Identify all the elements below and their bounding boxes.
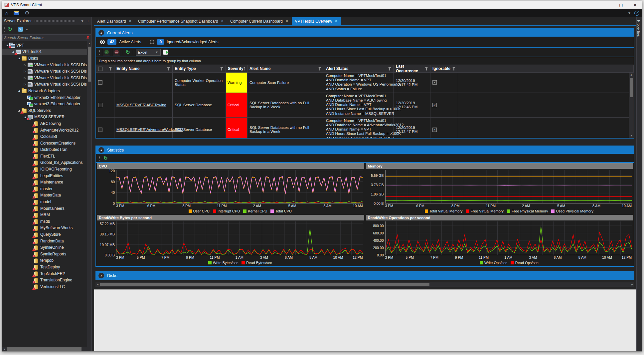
tree-item-mssqlserver[interactable]: ◢MSSQLSERVER bbox=[2, 114, 87, 121]
minimize-button[interactable]: – bbox=[600, 1, 614, 9]
active-alerts-radio[interactable] bbox=[100, 40, 105, 44]
tree-item-distributedtran[interactable]: DistributedTran bbox=[2, 147, 87, 153]
tree-item-sql-servers[interactable]: ◢SQL Servers bbox=[2, 107, 87, 114]
row-checkbox[interactable] bbox=[98, 128, 102, 132]
refresh-icon[interactable]: ↻ bbox=[8, 27, 12, 32]
sidebar-vertical-scrollbar[interactable]: ▲ bbox=[87, 41, 91, 347]
scroll-right-icon[interactable]: ► bbox=[630, 282, 634, 287]
tree-item-network-adapters[interactable]: ◢Network Adapters bbox=[2, 88, 87, 94]
tree-item-randomdata[interactable]: RandomData bbox=[2, 238, 87, 244]
tree-item-model[interactable]: model bbox=[2, 198, 87, 205]
tree-item-symileonline[interactable]: SymileOnline bbox=[2, 244, 87, 251]
tab-computer-performance-snapshot-dashboard[interactable]: Computer Performance Snapshot Dashboard✕ bbox=[135, 17, 227, 25]
scrollbar-thumb[interactable] bbox=[100, 283, 429, 286]
tree-item-colosisbi[interactable]: ColosisBI bbox=[2, 133, 87, 140]
scroll-up-icon[interactable]: ▲ bbox=[629, 73, 634, 77]
tree-item-global-iis-applications[interactable]: Global_IIS_Applications bbox=[2, 160, 87, 166]
column-header-ignorable[interactable]: Ignorable bbox=[430, 65, 458, 72]
tree-item-masterdata[interactable]: MasterData bbox=[2, 192, 87, 199]
tree-item-flexetl[interactable]: FlexETL bbox=[2, 153, 87, 160]
chevron-down-icon[interactable]: ▼ bbox=[628, 11, 631, 15]
ignorable-checkbox[interactable]: ✓ bbox=[432, 128, 437, 132]
collapse-expander-icon[interactable]: ◢ bbox=[17, 89, 21, 92]
filter-icon[interactable] bbox=[108, 67, 112, 71]
tree-item-topnotcherp[interactable]: TopNotchERP bbox=[2, 270, 87, 277]
expand-expander-icon[interactable]: ▷ bbox=[23, 70, 27, 73]
tab-alert-dashboard[interactable]: Alert Dashboard✕ bbox=[94, 17, 135, 25]
tree-item-mrm[interactable]: MRM bbox=[2, 211, 87, 218]
tree-item-vmware-virtual-disk-scsi-disk-device-1[interactable]: ▷VMware Virtual disk SCSI Disk Device 1 bbox=[2, 68, 87, 75]
filter-icon[interactable] bbox=[425, 67, 428, 71]
tree-item-querystore[interactable]: QueryStore bbox=[2, 231, 87, 238]
tree-item-translationengine[interactable]: TranslationEngine bbox=[2, 277, 87, 283]
export-format-select[interactable]: Excel ▼ bbox=[136, 49, 161, 56]
close-button[interactable]: ✕ bbox=[628, 1, 642, 9]
filter-icon[interactable] bbox=[388, 67, 392, 71]
tree-item-testdeploy[interactable]: TestDeploy bbox=[2, 264, 87, 270]
column-header-entity-type[interactable]: Entity Type bbox=[173, 65, 226, 72]
tree-item-tempdb[interactable]: tempdb bbox=[2, 257, 87, 264]
column-header-alert-status[interactable]: Alert Status bbox=[324, 65, 394, 72]
collapse-expander-icon[interactable]: ◢ bbox=[17, 57, 21, 60]
scroll-up-icon[interactable]: ▲ bbox=[87, 41, 91, 46]
expand-expander-icon[interactable]: ▷ bbox=[23, 63, 27, 67]
tiles-icon[interactable] bbox=[14, 11, 19, 15]
column-header-last-occurrence[interactable]: Last Occurrence bbox=[394, 65, 430, 72]
tree-item-vmware-virtual-disk-scsi-disk-device-3[interactable]: ▷VMware Virtual disk SCSI Disk Device 3 bbox=[2, 81, 87, 88]
tree-item-legalentities[interactable]: LegalEntities bbox=[2, 173, 87, 179]
grid-vertical-scrollbar[interactable]: ▲ ▼ bbox=[629, 73, 634, 138]
close-tab-icon[interactable]: ✕ bbox=[335, 19, 338, 23]
acknowledge-button[interactable]: ✓ bbox=[103, 49, 110, 56]
scrollbar-thumb[interactable] bbox=[7, 347, 81, 351]
tab-computer-current-dashboard[interactable]: Computer Current Dashboard✕ bbox=[227, 17, 291, 25]
filter-icon[interactable] bbox=[243, 67, 245, 71]
clear-search-icon[interactable]: ✗ bbox=[86, 35, 89, 40]
tree-item-ioioxoreporting[interactable]: IOIOXOReporting bbox=[2, 166, 87, 173]
ignorable-checkbox[interactable]: ✓ bbox=[432, 80, 437, 85]
tree-item-vmware-virtual-disk-scsi-disk-device-2[interactable]: ▷VMware Virtual disk SCSI Disk Device 2 bbox=[2, 75, 87, 81]
dropdown-caret-icon[interactable]: ▼ bbox=[80, 19, 84, 23]
column-header-severity[interactable]: Severity bbox=[226, 65, 247, 72]
refresh-icon[interactable]: ↻ bbox=[126, 50, 130, 55]
main-horizontal-scrollbar[interactable]: ◄ ► bbox=[95, 282, 634, 287]
scrollbar-thumb[interactable] bbox=[630, 78, 633, 97]
row-checkbox[interactable] bbox=[98, 103, 102, 107]
tree-item-vpt[interactable]: ◢VPT bbox=[2, 42, 87, 49]
collapse-icon[interactable]: ▲ bbox=[98, 30, 104, 36]
properties-side-tab[interactable]: Properties bbox=[636, 17, 642, 351]
maximize-button[interactable]: ▢ bbox=[614, 1, 628, 9]
filter-icon[interactable] bbox=[167, 67, 170, 71]
tree-item-adventureworks2012[interactable]: AdventureWorks2012 bbox=[2, 127, 87, 134]
scroll-left-icon[interactable]: ◄ bbox=[2, 347, 6, 351]
filter-icon[interactable] bbox=[220, 67, 224, 71]
expand-expander-icon[interactable]: ▷ bbox=[23, 83, 27, 86]
tree-item-abctowing[interactable]: ABCTowing bbox=[2, 120, 87, 127]
tree-item-disks[interactable]: ◢Disks bbox=[2, 55, 87, 62]
tree-item-msdb[interactable]: msdb bbox=[2, 218, 87, 225]
refresh-icon[interactable]: ↻ bbox=[103, 156, 108, 161]
column-header-entity-name[interactable]: Entity Name bbox=[114, 65, 173, 72]
close-tab-icon[interactable]: ✕ bbox=[129, 19, 132, 23]
close-tab-icon[interactable]: ✕ bbox=[285, 19, 288, 23]
tree-item-vmxnet3-ethernet-adapter[interactable]: vmxnet3 Ethernet Adapter bbox=[2, 94, 87, 101]
ignore-button[interactable] bbox=[113, 49, 120, 56]
column-header-alert-name[interactable]: Alert Name bbox=[247, 65, 324, 72]
collapse-icon[interactable]: ▲ bbox=[98, 273, 104, 278]
expand-expander-icon[interactable]: ▷ bbox=[23, 76, 27, 80]
tree-item-mysoftwareworks[interactable]: MySoftwareWorks bbox=[2, 225, 87, 231]
ignored-alerts-radio-group[interactable]: 0 Ignored/Acknowledged Alerts bbox=[150, 39, 218, 45]
help-icon[interactable]: ? bbox=[634, 11, 639, 16]
collapse-all-icon[interactable]: ▲ bbox=[26, 28, 29, 31]
close-tab-icon[interactable]: ✕ bbox=[221, 19, 224, 23]
active-alerts-radio-group[interactable]: 42 Active Alerts bbox=[100, 39, 141, 45]
export-icon[interactable] bbox=[163, 50, 168, 55]
tab-vpttest01-overview[interactable]: VPTTest01 Overview✕ bbox=[292, 17, 341, 25]
scroll-left-icon[interactable]: ◄ bbox=[95, 282, 100, 287]
home-icon[interactable]: ⌂ bbox=[5, 11, 8, 16]
scroll-down-icon[interactable]: ▼ bbox=[629, 134, 634, 138]
filter-icon[interactable] bbox=[318, 67, 322, 71]
tree-item-vmware-virtual-disk-scsi-disk-device-0[interactable]: ▷VMware Virtual disk SCSI Disk Device 0 bbox=[2, 62, 87, 68]
tree-item-vmxnet3-ethernet-adapter[interactable]: vmxnet3 Ethernet Adapter bbox=[2, 101, 87, 107]
tree-item-maintenance[interactable]: Maintenance bbox=[2, 179, 87, 185]
tree-item-symilereports[interactable]: SymileReports bbox=[2, 251, 87, 257]
